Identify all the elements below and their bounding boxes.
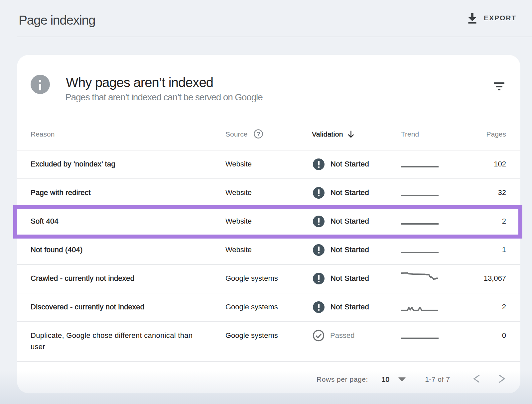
- svg-text:?: ?: [256, 131, 260, 138]
